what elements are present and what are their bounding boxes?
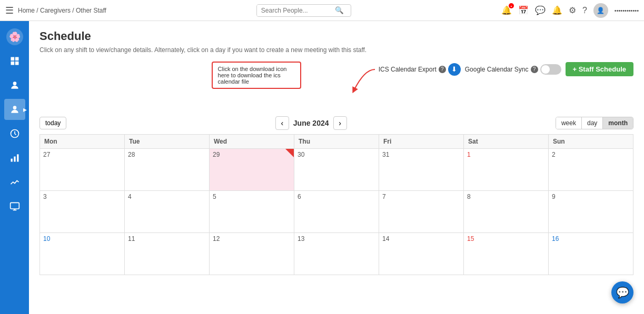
month-label: June 2024 [293, 119, 329, 127]
main-layout: 🌸 ▸ Schedule Click on any shift to view/… [0, 21, 644, 314]
sidebar-logo[interactable]: 🌸 [4, 26, 25, 47]
next-month-button[interactable]: › [333, 116, 347, 130]
calendar-grid: Mon Tue Wed Thu Fri Sat Sun 272829303112… [39, 134, 633, 275]
nav-left: ☰ Home / Caregivers / Other Staff [5, 5, 106, 16]
hamburger-menu[interactable]: ☰ [5, 5, 14, 16]
calendar-toolbar: ICS Calendar Export ? ⬇ Google Calendar … [39, 62, 633, 76]
staff-schedule-button[interactable]: + Staff Schedule [566, 62, 634, 76]
google-sync-toggle[interactable] [540, 64, 561, 75]
google-calendar-sync: Google Calendar Sync ? [465, 64, 561, 75]
tooltip-area: Click on the download icon here to downl… [39, 83, 633, 114]
svg-rect-11 [17, 154, 18, 161]
google-help-icon[interactable]: ? [531, 66, 538, 73]
calendar-day-1-5[interactable]: 8 [464, 191, 549, 233]
ics-download-button[interactable]: ⬇ [448, 63, 461, 76]
svg-point-7 [13, 106, 16, 109]
search-button[interactable]: 🔍 [331, 5, 348, 16]
calendar-day-2-0[interactable]: 10 [40, 233, 125, 275]
google-sync-label: Google Calendar Sync [465, 66, 529, 73]
day-number: 6 [298, 193, 301, 200]
day-number: 9 [552, 193, 556, 200]
month-nav: ‹ June 2024 › [275, 116, 347, 130]
day-view-button[interactable]: day [582, 117, 603, 129]
chat-bubble[interactable]: 💬 [611, 281, 633, 303]
calendar-day-0-0[interactable]: 27 [40, 149, 125, 191]
calendar-day-0-6[interactable]: 2 [549, 149, 633, 191]
calendar-day-0-3[interactable]: 30 [294, 149, 379, 191]
day-number: 15 [467, 235, 474, 242]
svg-rect-4 [11, 62, 14, 65]
breadcrumb: Home / Caregivers / Other Staff [18, 7, 106, 14]
day-number: 13 [298, 235, 304, 242]
calendar-day-2-4[interactable]: 14 [379, 233, 464, 275]
calendar-day-2-6[interactable]: 16 [549, 233, 633, 275]
day-number: 12 [213, 235, 220, 242]
svg-text:🌸: 🌸 [9, 31, 21, 43]
ics-help-icon[interactable]: ? [439, 66, 446, 73]
calendar-day-1-3[interactable]: 6 [294, 191, 379, 233]
notifications-icon[interactable]: 🔔• [501, 5, 512, 15]
day-number: 3 [43, 193, 47, 200]
sidebar-item-chart[interactable] [4, 171, 25, 193]
day-number: 8 [467, 193, 471, 200]
page-title: Schedule [39, 29, 633, 43]
sidebar-item-reports[interactable] [4, 147, 25, 168]
calendar-day-0-1[interactable]: 28 [125, 149, 210, 191]
sidebar-item-monitor[interactable] [4, 196, 25, 217]
week-view-button[interactable]: week [556, 117, 582, 129]
calendar-day-1-6[interactable]: 9 [549, 191, 633, 233]
sidebar-item-profile[interactable]: ▸ [4, 99, 25, 120]
sidebar-item-clock[interactable] [4, 123, 25, 144]
calendar-icon[interactable]: 📅 [518, 5, 529, 15]
sidebar: 🌸 ▸ [0, 21, 29, 314]
month-view-button[interactable]: month [603, 117, 633, 129]
day-number: 10 [43, 235, 50, 242]
nav-right: 🔔• 📅 💬 🔔 ⚙ ? 👤 •••••••••••• [501, 3, 639, 18]
search-bar: 🔍 [112, 4, 496, 17]
calendar-week-2: 10111213141516 [40, 233, 633, 275]
calendar-day-2-1[interactable]: 11 [125, 233, 210, 275]
ics-export-label: ICS Calendar Export [379, 66, 437, 73]
prev-month-button[interactable]: ‹ [275, 116, 289, 130]
calendar-day-1-2[interactable]: 5 [210, 191, 294, 233]
settings-icon[interactable]: ⚙ [569, 5, 576, 15]
sidebar-item-dashboard[interactable] [4, 50, 25, 72]
day-number: 5 [213, 193, 216, 200]
calendar-day-0-2[interactable]: 29 [210, 149, 294, 191]
page-description: Click on any shift to view/change detail… [39, 46, 633, 54]
notification-badge: • [509, 3, 514, 8]
bell-icon[interactable]: 🔔 [552, 5, 562, 15]
calendar-day-2-2[interactable]: 12 [210, 233, 294, 275]
day-number: 7 [382, 193, 386, 200]
calendar-day-0-5[interactable]: 1 [464, 149, 549, 191]
avatar[interactable]: 👤 [593, 3, 608, 18]
sidebar-item-people[interactable] [4, 75, 25, 96]
svg-rect-12 [10, 202, 19, 209]
col-tue: Tue [125, 135, 210, 149]
col-fri: Fri [379, 135, 464, 149]
calendar-day-1-4[interactable]: 7 [379, 191, 464, 233]
day-number: 11 [128, 235, 135, 242]
calendar-header-row: Mon Tue Wed Thu Fri Sat Sun [40, 135, 633, 149]
calendar-day-2-3[interactable]: 13 [294, 233, 379, 275]
username: •••••••••••• [615, 7, 639, 14]
svg-rect-9 [11, 159, 12, 162]
search-input[interactable] [257, 5, 331, 16]
calendar-day-1-1[interactable]: 4 [125, 191, 210, 233]
today-corner-marker [285, 149, 294, 157]
day-number: 2 [552, 151, 556, 158]
day-number: 27 [43, 151, 50, 158]
view-buttons: week day month [556, 117, 633, 129]
today-button[interactable]: today [39, 117, 66, 129]
calendar-day-0-4[interactable]: 31 [379, 149, 464, 191]
help-icon[interactable]: ? [582, 6, 587, 15]
calendar-nav: today ‹ June 2024 › week day month [39, 116, 633, 130]
col-sun: Sun [549, 135, 633, 149]
ics-export: ICS Calendar Export ? ⬇ [379, 63, 461, 76]
calendar-day-2-5[interactable]: 15 [464, 233, 549, 275]
top-nav: ☰ Home / Caregivers / Other Staff 🔍 🔔• 📅… [0, 0, 644, 21]
calendar-day-1-0[interactable]: 3 [40, 191, 125, 233]
day-number: 28 [128, 151, 135, 158]
tooltip-arrow-container: Click on the download icon here to downl… [349, 67, 380, 97]
chat-icon[interactable]: 💬 [535, 5, 546, 15]
